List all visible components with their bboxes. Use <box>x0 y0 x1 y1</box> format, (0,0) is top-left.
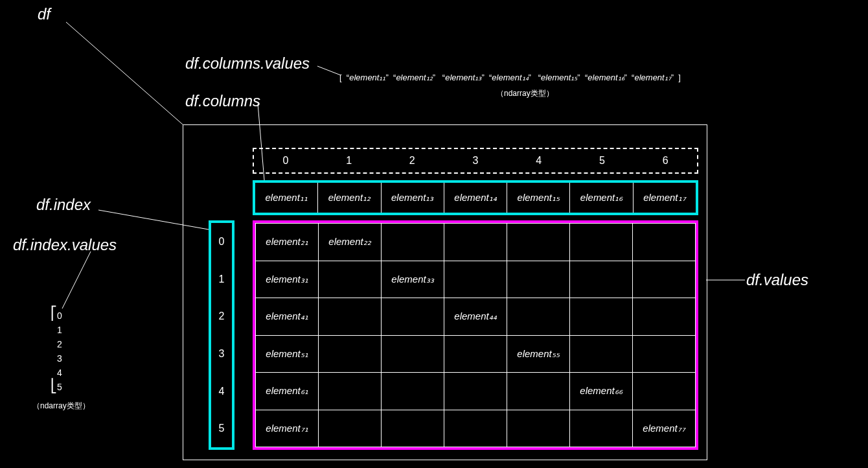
header-cell: element₁₃ <box>382 183 444 213</box>
cell: element₅₁ <box>256 335 319 373</box>
cell <box>633 224 696 261</box>
cell <box>570 335 633 373</box>
cell <box>382 335 444 373</box>
label-df: df <box>38 5 51 23</box>
cell <box>444 410 507 447</box>
index-cell: 0 <box>211 223 232 261</box>
cell <box>319 261 382 298</box>
header-cell: element₁₇ <box>634 183 696 213</box>
table-row: element₆₁ element₆₆ <box>256 373 696 410</box>
values-box: element₂₁ element₂₂ element₃₁ element₃₃ … <box>253 220 698 450</box>
cell <box>444 261 507 298</box>
cell: element₂₁ <box>256 224 319 261</box>
table-row: element₃₁ element₃₃ <box>256 261 696 298</box>
column-position-row: 0 1 2 3 4 5 6 <box>253 148 698 174</box>
col-pos: 1 <box>317 149 381 172</box>
index-cell: 1 <box>211 261 232 298</box>
col-pos: 6 <box>634 149 697 172</box>
cell <box>444 373 507 410</box>
cell <box>382 410 444 447</box>
cell: element₆₁ <box>256 373 319 410</box>
cell <box>507 224 570 261</box>
header-cell: element₁₅ <box>507 183 570 213</box>
cell: element₄₁ <box>256 298 319 336</box>
col-pos: 3 <box>444 149 507 172</box>
label-df-index-values: df.index.values <box>13 236 117 254</box>
cell <box>444 335 507 373</box>
svg-line-4 <box>62 252 91 309</box>
cell <box>570 410 633 447</box>
cell <box>319 410 382 447</box>
cell <box>633 261 696 298</box>
table-row: element₅₁ element₅₅ <box>256 335 696 373</box>
label-df-columns: df.columns <box>185 92 260 110</box>
cell <box>507 261 570 298</box>
cell <box>319 335 382 373</box>
cell <box>319 298 382 336</box>
index-column: 0 1 2 3 4 5 <box>209 220 234 450</box>
cell <box>382 224 444 261</box>
cell <box>633 373 696 410</box>
table-row: element₇₁ element₇₇ <box>256 410 696 447</box>
cell: element₇₇ <box>633 410 696 447</box>
label-df-index: df.index <box>36 196 91 214</box>
columns-header-row: element₁₁ element₁₂ element₁₃ element₁₄ … <box>253 180 698 215</box>
cell: element₂₂ <box>319 224 382 261</box>
cell: element₅₅ <box>507 335 570 373</box>
col-pos: 5 <box>571 149 634 172</box>
cell <box>633 335 696 373</box>
cell: element₃₃ <box>382 261 444 298</box>
cell <box>319 373 382 410</box>
cell <box>382 298 444 336</box>
cell: element₆₆ <box>570 373 633 410</box>
col-pos: 0 <box>254 149 317 172</box>
cell <box>507 298 570 336</box>
cell <box>570 224 633 261</box>
index-cell: 4 <box>211 373 232 410</box>
cell: element₇₁ <box>256 410 319 447</box>
cell <box>570 298 633 336</box>
cell <box>444 224 507 261</box>
columns-values-array: [ “element₁₁” “element₁₂” “element₁₃” “e… <box>339 73 681 82</box>
header-cell: element₁₄ <box>444 183 507 213</box>
ndarray-note-idx: （ndarray类型） <box>32 401 90 412</box>
index-values-array: ⎡ 0 1 2 3 4 ⎣ 5 <box>57 309 62 394</box>
col-pos: 4 <box>507 149 571 172</box>
cell: element₄₄ <box>444 298 507 336</box>
table-row: element₄₁ element₄₄ <box>256 298 696 336</box>
svg-line-0 <box>66 22 183 124</box>
index-cell: 3 <box>211 335 232 373</box>
header-cell: element₁₂ <box>318 183 381 213</box>
cell: element₃₁ <box>256 261 319 298</box>
cell <box>382 373 444 410</box>
index-cell: 2 <box>211 298 232 335</box>
cell <box>507 410 570 447</box>
col-pos: 2 <box>380 149 444 172</box>
header-cell: element₁₁ <box>255 183 318 213</box>
svg-line-1 <box>317 66 341 75</box>
label-df-columns-values: df.columns.values <box>185 54 310 73</box>
cell <box>507 373 570 410</box>
cell <box>570 261 633 298</box>
array-open-quote: “ <box>344 73 349 82</box>
cell <box>633 298 696 336</box>
label-df-values: df.values <box>746 271 808 289</box>
table-row: element₂₁ element₂₂ <box>256 224 696 261</box>
index-cell: 5 <box>211 410 232 447</box>
values-table: element₂₁ element₂₂ element₃₁ element₃₃ … <box>255 223 696 447</box>
ndarray-note-cols: （ndarray类型） <box>496 88 554 99</box>
header-cell: element₁₆ <box>570 183 633 213</box>
